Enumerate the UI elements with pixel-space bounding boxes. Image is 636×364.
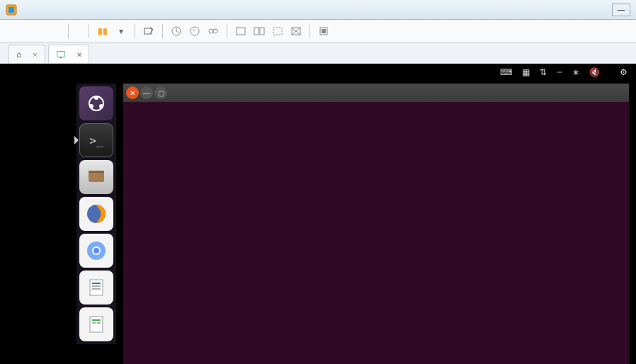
svg-rect-29 bbox=[92, 288, 101, 290]
svg-rect-2 bbox=[144, 28, 152, 34]
sound-icon[interactable]: 🔇 bbox=[589, 67, 600, 77]
launcher-calc[interactable] bbox=[79, 307, 113, 341]
vm-desktop: ⌨ ▦ ⇅ ∗ 🔇 ⚙ >_ ✕ — ▢ bbox=[0, 64, 636, 364]
tab-home[interactable]: ⌂ × bbox=[8, 45, 45, 63]
svg-rect-14 bbox=[57, 51, 64, 57]
keyboard-icon[interactable]: ⌨ bbox=[500, 67, 512, 77]
svg-rect-26 bbox=[90, 280, 103, 295]
svg-point-18 bbox=[89, 104, 93, 108]
svg-rect-31 bbox=[92, 319, 101, 321]
svg-rect-32 bbox=[92, 322, 96, 324]
menu-tabs[interactable] bbox=[54, 28, 62, 34]
svg-rect-28 bbox=[92, 285, 101, 287]
menu-help[interactable] bbox=[74, 28, 83, 34]
launcher-firefox[interactable] bbox=[79, 197, 113, 231]
network-icon[interactable]: ⇅ bbox=[540, 67, 547, 77]
window-controls: — bbox=[612, 4, 630, 16]
unity-launcher: >_ bbox=[76, 84, 116, 344]
calendar-icon[interactable]: ▦ bbox=[522, 67, 530, 77]
snapshot-button[interactable] bbox=[169, 23, 184, 39]
vm-icon bbox=[56, 50, 66, 59]
power-dropdown[interactable]: ▾ bbox=[113, 23, 129, 39]
svg-rect-10 bbox=[273, 28, 282, 35]
send-button[interactable] bbox=[141, 23, 157, 39]
svg-rect-8 bbox=[254, 28, 259, 35]
snapshot-revert-button[interactable] bbox=[187, 23, 203, 39]
svg-rect-1 bbox=[8, 7, 14, 13]
fullscreen-button[interactable] bbox=[233, 23, 249, 39]
library-button[interactable] bbox=[316, 23, 331, 39]
tab-close-icon[interactable]: × bbox=[77, 50, 81, 59]
vmware-titlebar: — bbox=[0, 0, 636, 20]
vmware-icon bbox=[6, 4, 17, 16]
terminal-window: ✕ — ▢ bbox=[123, 84, 629, 364]
menu-view[interactable] bbox=[31, 28, 40, 34]
svg-rect-33 bbox=[97, 322, 101, 324]
vmware-menubar: ▮▮ ▾ bbox=[0, 20, 636, 42]
launcher-terminal[interactable]: >_ bbox=[79, 123, 113, 157]
svg-rect-9 bbox=[260, 28, 264, 35]
maximize-button[interactable]: ▢ bbox=[154, 86, 167, 99]
svg-rect-13 bbox=[322, 29, 326, 33]
close-button[interactable]: ✕ bbox=[126, 86, 139, 99]
stretch-button[interactable] bbox=[270, 23, 285, 39]
tab-ubuntu[interactable]: × bbox=[48, 45, 89, 63]
svg-point-17 bbox=[94, 96, 98, 100]
minimize-button[interactable]: — bbox=[612, 4, 630, 16]
unity-button[interactable] bbox=[251, 23, 267, 39]
separator bbox=[227, 24, 227, 38]
launcher-dash[interactable] bbox=[79, 86, 113, 120]
ubuntu-top-panel: ⌨ ▦ ⇅ ∗ 🔇 ⚙ bbox=[494, 64, 633, 81]
svg-point-6 bbox=[213, 29, 217, 33]
console-button[interactable] bbox=[288, 23, 304, 39]
separator bbox=[89, 24, 89, 38]
svg-rect-30 bbox=[90, 317, 103, 332]
power-pause-button[interactable]: ▮▮ bbox=[95, 23, 110, 39]
vmware-tabs: ⌂ × × bbox=[0, 42, 636, 64]
svg-point-25 bbox=[93, 248, 99, 254]
launcher-writer[interactable] bbox=[79, 271, 113, 305]
menu-edit[interactable] bbox=[20, 28, 28, 34]
svg-rect-27 bbox=[92, 283, 101, 284]
svg-rect-15 bbox=[59, 57, 62, 58]
window-controls: ✕ — ▢ bbox=[126, 86, 167, 99]
home-icon: ⌂ bbox=[16, 50, 21, 59]
menu-vm[interactable] bbox=[42, 28, 51, 34]
gear-icon[interactable]: ⚙ bbox=[620, 67, 628, 77]
svg-rect-21 bbox=[89, 171, 104, 173]
svg-rect-7 bbox=[237, 28, 245, 35]
snapshot-manager-button[interactable] bbox=[205, 23, 221, 39]
separator bbox=[135, 24, 135, 38]
svg-point-5 bbox=[209, 29, 213, 33]
separator bbox=[68, 24, 69, 38]
launcher-files[interactable] bbox=[79, 160, 113, 194]
bluetooth-icon[interactable]: ∗ bbox=[572, 67, 579, 77]
language-indicator[interactable] bbox=[557, 72, 562, 73]
separator bbox=[162, 24, 163, 38]
svg-point-19 bbox=[99, 104, 103, 108]
separator bbox=[310, 24, 310, 38]
menu-file[interactable] bbox=[8, 28, 17, 34]
svg-rect-20 bbox=[89, 172, 104, 182]
terminal-output[interactable] bbox=[123, 102, 629, 364]
tab-close-icon[interactable]: × bbox=[33, 50, 37, 59]
launcher-chromium[interactable] bbox=[79, 234, 113, 268]
terminal-titlebar[interactable]: ✕ — ▢ bbox=[123, 84, 629, 102]
minimize-button[interactable]: — bbox=[140, 86, 153, 99]
